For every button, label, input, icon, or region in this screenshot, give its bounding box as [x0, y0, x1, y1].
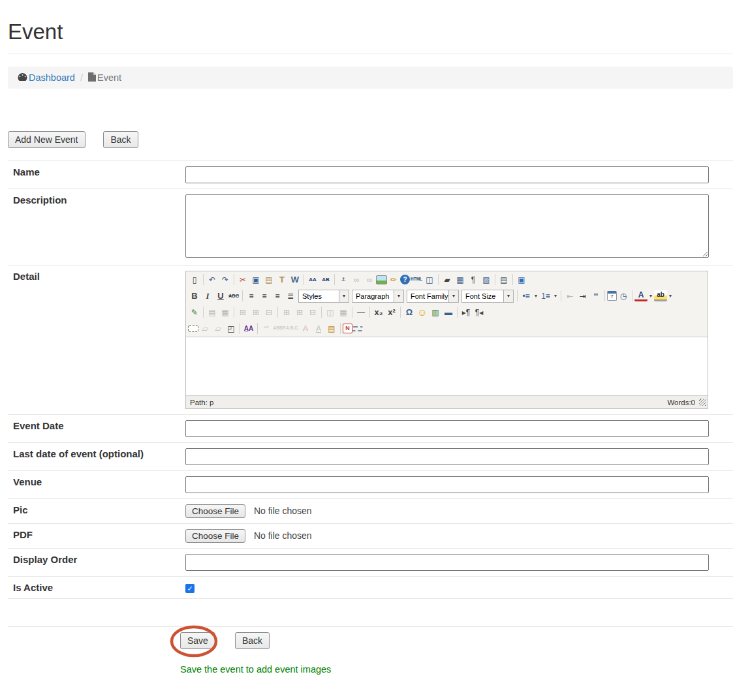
insert-time-icon[interactable]: ◷: [617, 290, 630, 303]
insert-image-icon[interactable]: [376, 275, 387, 284]
format-dropdown[interactable]: Paragraph▾: [352, 290, 404, 303]
left-to-right-icon[interactable]: ▸¶: [460, 306, 473, 319]
preview-icon[interactable]: ◫: [423, 273, 436, 286]
form-row-last-date: Last date of event (optional): [8, 443, 733, 471]
toolbar-separator: [340, 323, 341, 334]
bullet-list-arrow-icon[interactable]: ▾: [533, 293, 539, 299]
toolbar-separator: [321, 307, 322, 318]
toolbar-separator: [369, 307, 370, 318]
paste-icon[interactable]: ▤: [262, 273, 275, 286]
insert-column-after-icon: ⊞: [293, 306, 306, 319]
toolbar-separator: [517, 290, 518, 301]
name-input[interactable]: [185, 166, 709, 183]
underline-icon[interactable]: U: [214, 290, 227, 303]
insert-date-icon[interactable]: 7: [607, 291, 617, 301]
absolute-position-icon[interactable]: ◰: [225, 322, 238, 335]
toolbar-separator: [495, 274, 495, 285]
background-color-icon[interactable]: ab: [654, 290, 667, 301]
show-blocks-icon[interactable]: ¶: [467, 273, 480, 286]
remove-format-icon[interactable]: ▰: [441, 273, 454, 286]
right-to-left-icon[interactable]: ¶◂: [473, 306, 486, 319]
align-justify-icon[interactable]: ≣: [284, 290, 297, 303]
special-character-icon[interactable]: Ω: [403, 306, 416, 319]
italic-icon[interactable]: I: [201, 290, 214, 303]
page-title: Event: [8, 20, 733, 44]
paste-from-word-icon[interactable]: W: [289, 273, 302, 286]
toolbar-separator: [400, 307, 401, 318]
bullet-list-icon[interactable]: •≡: [520, 290, 533, 303]
background-color-arrow-icon[interactable]: ▾: [667, 293, 674, 299]
cut-icon[interactable]: ✂: [236, 273, 249, 286]
editor-path: Path: p: [190, 399, 213, 406]
event-date-label: Event Date: [8, 415, 180, 443]
name-label: Name: [8, 161, 180, 189]
bold-icon[interactable]: B: [188, 290, 201, 303]
editor-resize-grip[interactable]: [699, 399, 706, 406]
cleanup-code-icon[interactable]: ✏: [387, 273, 400, 286]
nonbreaking-space-icon[interactable]: N: [343, 324, 352, 333]
is-active-checkbox[interactable]: ✓: [185, 584, 195, 593]
insert-attributes-icon[interactable]: ▤: [325, 322, 338, 335]
find-replace-icon[interactable]: AB: [319, 273, 332, 286]
insert-media-icon[interactable]: ▥: [429, 306, 442, 319]
back-button-bottom[interactable]: Back: [235, 632, 270, 649]
editor-content-area[interactable]: [186, 337, 708, 395]
align-right-icon[interactable]: ≡: [271, 290, 284, 303]
insert-layer-icon[interactable]: [188, 325, 198, 332]
acronym-icon: A.B.C.: [286, 322, 299, 335]
advanced-hr-icon[interactable]: ▬: [442, 306, 455, 319]
superscript-icon[interactable]: x²: [385, 306, 398, 319]
font-family-dropdown[interactable]: Font Family▾: [407, 290, 459, 303]
numbered-list-arrow-icon[interactable]: ▾: [552, 293, 559, 299]
template-icon[interactable]: ▧: [480, 273, 493, 286]
add-new-event-button[interactable]: Add New Event: [8, 131, 86, 148]
strikethrough-icon[interactable]: ABC: [227, 290, 240, 303]
print-icon[interactable]: ▤: [497, 273, 510, 286]
blockquote-icon[interactable]: “: [589, 290, 602, 303]
text-color-icon[interactable]: A: [634, 290, 647, 301]
pic-choose-file-button[interactable]: Choose File: [185, 504, 245, 518]
text-color-arrow-icon[interactable]: ▾: [647, 293, 654, 299]
styles-dropdown[interactable]: Styles▾: [298, 290, 349, 303]
horizontal-rule-icon[interactable]: —: [354, 306, 367, 319]
undo-icon[interactable]: ↶: [206, 273, 219, 286]
toolbar-separator: [512, 274, 513, 285]
align-left-icon[interactable]: ≡: [245, 290, 258, 303]
help-icon[interactable]: ?: [400, 275, 410, 284]
merge-cells-icon: ▦: [337, 306, 350, 319]
html-source-icon[interactable]: HTML: [410, 273, 423, 286]
numbered-list-icon[interactable]: 1≡: [539, 290, 552, 303]
display-order-input[interactable]: [185, 554, 709, 571]
new-document-icon[interactable]: ▯: [188, 273, 201, 286]
anchor-icon[interactable]: ⚓: [337, 273, 350, 286]
footer-actions: Save Back: [8, 632, 733, 649]
visual-aid-icon[interactable]: ▦: [454, 273, 467, 286]
find-icon[interactable]: AA: [306, 273, 319, 286]
venue-input[interactable]: [185, 476, 709, 493]
paste-as-text-icon[interactable]: T: [275, 273, 289, 286]
style-properties-icon[interactable]: A̲A: [242, 322, 255, 335]
form-row-is-active: Is Active ✓: [8, 577, 733, 599]
delete-column-icon: ⊟: [306, 306, 319, 319]
page-break-icon[interactable]: [352, 326, 363, 331]
display-order-label: Display Order: [8, 549, 180, 577]
description-textarea[interactable]: [185, 194, 709, 258]
redo-icon[interactable]: ↷: [219, 273, 232, 286]
back-button-top[interactable]: Back: [103, 131, 138, 148]
indent-icon[interactable]: ⇥: [576, 290, 589, 303]
pdf-choose-file-button[interactable]: Choose File: [185, 529, 245, 543]
form-row-pic: Pic Choose File No file chosen: [8, 499, 733, 524]
last-date-input[interactable]: [185, 448, 709, 465]
save-button[interactable]: Save: [180, 632, 215, 649]
insert-table-icon[interactable]: ✎: [188, 306, 201, 319]
copy-icon[interactable]: ▣: [249, 273, 262, 286]
event-date-input[interactable]: [185, 420, 709, 437]
emoticons-icon[interactable]: ☺: [416, 306, 429, 319]
move-backward-icon: ▱: [211, 322, 225, 335]
font-size-dropdown[interactable]: Font Size▾: [461, 290, 514, 303]
subscript-icon[interactable]: x₂: [372, 306, 385, 319]
fullscreen-icon[interactable]: ▣: [515, 273, 528, 286]
align-center-icon[interactable]: ≡: [258, 290, 271, 303]
breadcrumb-dashboard-link[interactable]: Dashboard: [18, 72, 75, 84]
toolbar-separator: [257, 323, 258, 334]
